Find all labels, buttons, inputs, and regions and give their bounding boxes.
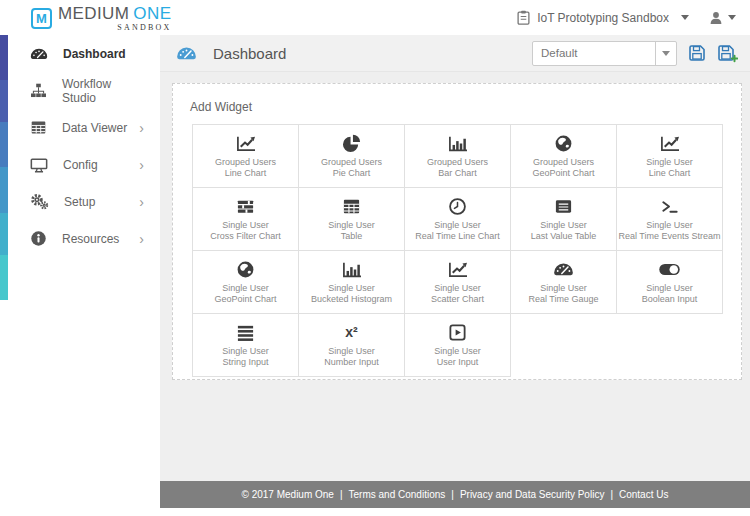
widget-type-label: String Input	[193, 357, 298, 368]
widget-group-label: Single User	[617, 282, 722, 294]
brand-name-primary: MEDIUM	[58, 4, 129, 23]
widget-tile-single-real-time-line-chart[interactable]: Single User Real Time Line Chart	[405, 188, 511, 251]
save-icon	[688, 44, 706, 62]
sidebar-nav: Dashboard Workflow Studio Data Viewer › …	[0, 35, 160, 257]
widget-tile-single-last-value-table[interactable]: Single User Last Value Table	[511, 188, 617, 251]
logo-text: MEDIUMONE SANDBOX	[58, 4, 171, 32]
chevron-right-icon: ›	[139, 232, 144, 246]
pie-chart-icon	[342, 134, 361, 153]
widget-type-label: Line Chart	[617, 168, 722, 179]
widget-tile-grouped-line-chart[interactable]: Grouped Users Line Chart	[193, 125, 299, 188]
footer-link-terms[interactable]: Terms and Conditions	[349, 489, 446, 500]
widget-group-label: Single User	[617, 156, 722, 168]
toggle-on-icon	[658, 263, 681, 276]
widget-tile-single-scatter-chart[interactable]: Single User Scatter Chart	[405, 251, 511, 314]
widget-tile-single-real-time-events-stream[interactable]: Single User Real Time Events Stream	[617, 188, 723, 251]
page-title: Dashboard	[213, 45, 286, 62]
widget-tile-single-real-time-gauge[interactable]: Single User Real Time Gauge	[511, 251, 617, 314]
widget-type-label: Scatter Chart	[405, 294, 510, 305]
widget-type-label: Line Chart	[193, 168, 298, 179]
sidebar: Dashboard Workflow Studio Data Viewer › …	[0, 35, 160, 516]
widget-grid: Grouped Users Line Chart Grouped Users P…	[192, 124, 723, 377]
dashboard-select-value: Default	[533, 47, 655, 59]
project-dropdown-label: IoT Prototyping Sandbox	[537, 11, 669, 25]
app-shell: Dashboard Workflow Studio Data Viewer › …	[0, 35, 750, 516]
main-area: Dashboard Default Add Widget	[160, 35, 750, 516]
table-icon	[30, 119, 47, 136]
x-squared-icon: x²	[345, 322, 357, 342]
sidebar-item-config[interactable]: Config ›	[0, 146, 160, 183]
play-square-icon	[448, 323, 467, 342]
clipboard-icon	[517, 10, 530, 25]
line-chart-icon	[235, 134, 256, 153]
line-chart-icon	[659, 134, 680, 153]
widget-group-label: Grouped Users	[193, 156, 298, 168]
widget-tile-single-user-input[interactable]: Single User User Input	[405, 314, 511, 377]
sidebar-item-workflow-studio[interactable]: Workflow Studio	[0, 72, 160, 109]
sidebar-item-dashboard[interactable]: Dashboard	[0, 35, 160, 72]
widget-tile-single-number-input[interactable]: x² Single User Number Input	[299, 314, 405, 377]
widget-group-label: Single User	[405, 219, 510, 231]
widget-tile-grouped-pie-chart[interactable]: Grouped Users Pie Chart	[299, 125, 405, 188]
widget-type-label: GeoPoint Chart	[193, 294, 298, 305]
sidebar-item-data-viewer[interactable]: Data Viewer ›	[0, 109, 160, 146]
widget-type-label: Real Time Line Chart	[405, 231, 510, 242]
footer-divider: |	[340, 489, 343, 500]
widget-tile-single-line-chart[interactable]: Single User Line Chart	[617, 125, 723, 188]
widget-type-label: Table	[299, 231, 404, 242]
sidebar-item-label: Resources	[62, 232, 119, 246]
widget-type-label: User Input	[405, 357, 510, 368]
align-justify-icon	[236, 323, 255, 342]
sidebar-item-label: Workflow Studio	[62, 77, 144, 105]
widget-type-label: GeoPoint Chart	[511, 168, 616, 179]
user-menu[interactable]	[709, 11, 736, 25]
widget-tile-single-boolean-input[interactable]: Single User Boolean Input	[617, 251, 723, 314]
sidebar-item-setup[interactable]: Setup ›	[0, 183, 160, 220]
save-dashboard-button[interactable]	[688, 44, 706, 62]
brand-name-accent: ONE	[133, 4, 171, 23]
sidebar-item-label: Data Viewer	[62, 121, 127, 135]
widget-type-label: Last Value Table	[511, 231, 616, 242]
widget-tile-single-bucketed-histogram[interactable]: Single User Bucketed Histogram	[299, 251, 405, 314]
sitemap-icon	[30, 82, 47, 99]
brand-logo[interactable]: M MEDIUMONE SANDBOX	[31, 4, 171, 32]
dashboard-select[interactable]: Default	[532, 41, 677, 66]
widget-tile-single-table[interactable]: Single User Table	[299, 188, 405, 251]
widget-group-label: Single User	[299, 345, 404, 357]
sidebar-item-resources[interactable]: Resources ›	[0, 220, 160, 257]
widget-group-label: Single User	[511, 282, 616, 294]
widget-group-label: Single User	[511, 219, 616, 231]
gauge-icon	[30, 47, 48, 61]
widget-group-label: Single User	[299, 282, 404, 294]
widget-type-label: Real Time Events Stream	[617, 231, 722, 242]
widget-group-label: Grouped Users	[511, 156, 616, 168]
save-as-new-dashboard-button[interactable]	[717, 44, 738, 63]
chevron-right-icon: ›	[139, 121, 144, 135]
widget-tile-grouped-geopoint-chart[interactable]: Grouped Users GeoPoint Chart	[511, 125, 617, 188]
globe-icon	[554, 134, 573, 153]
clock-icon	[448, 197, 467, 216]
widget-type-label: Cross Filter Chart	[193, 231, 298, 242]
widget-tile-single-geopoint-chart[interactable]: Single User GeoPoint Chart	[193, 251, 299, 314]
bottom-white-strip	[160, 508, 750, 516]
sidebar-gradient-strip	[0, 35, 8, 300]
histogram-icon	[341, 260, 362, 279]
widget-type-label: Bar Chart	[405, 168, 510, 179]
bar-chart-icon	[447, 134, 468, 153]
widget-tile-single-cross-filter-chart[interactable]: Single User Cross Filter Chart	[193, 188, 299, 251]
caret-down-icon	[681, 15, 689, 20]
widget-group-label: Single User	[617, 219, 722, 231]
add-widget-title: Add Widget	[190, 100, 741, 114]
footer-copyright: © 2017 Medium One	[242, 489, 334, 500]
widget-type-label: Number Input	[299, 357, 404, 368]
footer-link-contact[interactable]: Contact Us	[619, 489, 668, 500]
widget-type-label: Bucketed Histogram	[299, 294, 404, 305]
logo-m-icon: M	[31, 8, 52, 29]
widget-group-label: Single User	[405, 345, 510, 357]
footer-link-privacy[interactable]: Privacy and Data Security Policy	[460, 489, 605, 500]
widget-tile-grouped-bar-chart[interactable]: Grouped Users Bar Chart	[405, 125, 511, 188]
project-dropdown[interactable]: IoT Prototyping Sandbox	[517, 10, 689, 25]
sidebar-item-label: Setup	[64, 195, 95, 209]
add-widget-panel: Add Widget Grouped Users Line Chart Grou…	[172, 83, 742, 380]
widget-tile-single-string-input[interactable]: Single User String Input	[193, 314, 299, 377]
